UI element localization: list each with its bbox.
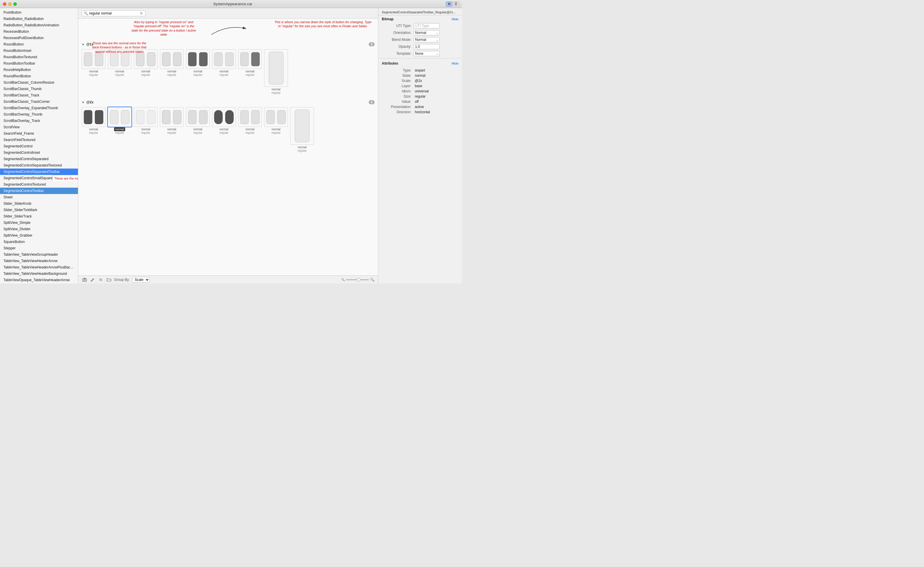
sidebar-item-segmentedcontrol[interactable]: SegmentedControl [0,143,78,149]
sidebar-item-roundbuttontoolbar[interactable]: RoundButtonToolbar [0,60,78,67]
bottom-tool-formula[interactable]: fx [98,277,104,283]
image-item-1x-2[interactable]: normal regular [108,49,132,94]
sidebar-item-tableview-headerplusback[interactable]: TableView_TableViewHeaderArrowPlusBackgr… [0,264,78,270]
bottom-tool-folder[interactable] [106,277,112,283]
sidebar-item-slider-tickmark[interactable]: Slider_SliderTickMark [0,207,78,213]
sidebar-item-segmentedcontrolsmallsquare[interactable]: SegmentedControlSmallSquare These are th… [0,175,78,181]
svg-rect-1 [84,52,92,66]
sidebar-item-roundbuttontextured[interactable]: RoundButtonTextured [0,54,78,60]
sidebar-item-splitview-dimple[interactable]: SplitView_Dimple [0,219,78,226]
search-box[interactable]: 🔍 ✕ [82,10,146,16]
sidebar-item-scrollbarclassic-col[interactable]: ScrollBarClassic_ColumnResizer [0,80,78,86]
sidebar-item-scrollbaroverlay-thumb[interactable]: ScrollBarOverlay_Thumb [0,111,78,118]
svg-rect-16 [84,110,92,124]
svg-rect-19 [121,110,129,124]
sidebar-item-searchfieldtextured[interactable]: SearchFieldTextured [0,136,78,143]
close-button[interactable] [3,2,6,6]
sidebar-item-recessedpulldown[interactable]: RecessedPullDownButton [0,35,78,41]
search-input[interactable] [89,11,138,15]
list-view-button[interactable]: ☰ [453,2,459,7]
image-item-2x-1[interactable]: normal regular [82,107,105,152]
sidebar-item-scrollbarclassic-corner[interactable]: ScrollBarClassic_TrackCorner [0,99,78,105]
label-2x-6: normal [219,128,228,131]
image-item-2x-2[interactable]: normal regular [108,107,132,152]
minimize-button[interactable] [8,2,12,6]
image-item-1x-5[interactable]: normal regular [186,49,210,94]
blendmode-select[interactable]: Normal ⌄ [414,37,440,42]
group-by-label: Group By: [114,278,130,282]
bitmap-hide-button[interactable]: Hide [452,17,459,21]
image-item-1x-4[interactable]: normal regular [160,49,184,94]
sidebar-item-scrollbarclassic-track[interactable]: ScrollBarClassic_Track [0,92,78,99]
sidebar-item-pushbutton[interactable]: PushButton [0,9,78,16]
sidebar-item-tableviewopaque-headerarrow[interactable]: TableViewOpaque_TableViewHeaderArrow [0,277,78,283]
sidebar-item-splitview-divider[interactable]: SplitView_Divider [0,226,78,232]
image-item-2x-6[interactable]: normal regular [212,107,236,152]
sidebar-item-segmentedcontrolseparated[interactable]: SegmentedControlSeparated [0,156,78,162]
sidebar-item-segmentedcontrolseparatedtoolbar[interactable]: SegmentedControlSeparatedToolbar [0,168,78,175]
image-item-2x-4[interactable]: normal regular [160,107,184,152]
group-by-select[interactable]: Scale [132,277,150,283]
image-item-2x-3[interactable]: normal regular [134,107,158,152]
sidebar-item-searchfield-frame[interactable]: SearchField_Frame [0,130,78,136]
bottom-tool-pencil[interactable] [90,277,96,283]
sublabel-2x-4: regular [167,131,176,134]
maximize-button[interactable] [14,2,17,6]
image-item-1x-3[interactable]: normal regular [134,49,158,94]
collapse-triangle-2x[interactable]: ▼ [82,101,85,104]
sidebar-item-segmentedcontroltextured[interactable]: SegmentedControlTextured [0,181,78,188]
image-item-1x-1[interactable]: normal regular [82,49,105,94]
zoom-thumb[interactable] [357,278,360,282]
svg-rect-11 [214,52,222,66]
sidebar-item-segmentedcontrolseparatedtex[interactable]: SegmentedControlSeparatedTextured [0,162,78,168]
zoom-in-icon[interactable]: 🔍 [370,278,375,282]
sidebar-item-roundhelpbutton[interactable]: RoundHelpButton [0,67,78,73]
sidebar-item-recessedbutton[interactable]: RecessedButton [0,28,78,35]
label-2x-5: normal [194,128,202,131]
sidebar-item-scrollbarclassic-thumb[interactable]: ScrollBarClassic_Thumb [0,86,78,92]
scale-2x-header[interactable]: ▼ @2x 8 [82,100,375,104]
sidebar-item-segmentedcontroltoolbar[interactable]: SegmentedControlToolbar [0,188,78,194]
collapse-triangle-1x[interactable]: ▼ [82,43,85,46]
sidebar-item-roundbuttoninset[interactable]: RoundButtonInset [0,48,78,54]
sidebar-item-splitview-grabber[interactable]: SplitView_Grabber [0,232,78,238]
image-item-1x-8[interactable]: normal regular [264,49,288,94]
sidebar-item-radiobutton[interactable]: RadioButton_RadioButton [0,16,78,22]
image-item-2x-7[interactable]: normal regular [238,107,262,152]
bottom-tool-camera[interactable] [82,277,87,283]
folder-icon [106,278,111,282]
sidebar-item-slider-knob[interactable]: Slider_SliderKnob [0,200,78,207]
image-item-2x-8[interactable]: normal regular [264,107,288,152]
sidebar-item-slider-track[interactable]: Slider_SliderTrack [0,213,78,219]
sidebar-item-radiobuttonanim[interactable]: RadioButton_RadioButtonAnimation [0,22,78,28]
sidebar-item-segmentedcontrolinset[interactable]: SegmentedControlInset [0,149,78,156]
orientation-select[interactable]: Normal ⌄ [414,30,440,35]
sidebar-item-roundbutton[interactable]: RoundButton [0,41,78,48]
orientation-arrow: ⌄ [436,31,438,34]
image-item-2x-9[interactable]: normal regular [290,107,314,152]
zoom-out-icon[interactable]: 🔍 [341,278,345,281]
sidebar-item-tableview-groupheader[interactable]: TableView_TableViewGroupHeader [0,251,78,258]
image-item-1x-6[interactable]: normal regular [212,49,236,94]
sidebar-item-tableview-headerarrow[interactable]: TableView_TableViewHeaderArrow [0,258,78,264]
sidebar-item-tableview-headerbackground[interactable]: TableView_TableViewHeaderBackground [0,270,78,277]
sidebar-item-roundrectbutton[interactable]: RoundRectButton [0,73,78,80]
sidebar-item-scrollbaroverlay-track[interactable]: ScrollBarOverlay_Track [0,118,78,124]
opacity-input[interactable]: 1,0 [414,44,440,49]
image-item-2x-5[interactable]: normal regular [186,107,210,152]
template-select[interactable]: None ⌄ [414,51,440,56]
search-clear-button[interactable]: ✕ [140,11,143,15]
sidebar-item-scrollbaroverlay-expanded[interactable]: ScrollBarOverlay_ExpandedThumb [0,105,78,111]
sublabel-2x-3: regular [141,131,150,134]
sidebar-item-scrollview[interactable]: ScrollView [0,124,78,130]
sidebar-item-squarebutton[interactable]: SquareButton [0,238,78,245]
grid-view-button[interactable]: ⊞ [446,2,452,7]
scroll-content[interactable]: ▼ @1x 8 norm [78,39,378,275]
attributes-hide-button[interactable]: Hide [452,62,459,65]
sidebar-item-tableviewopaque-headerarrowplus[interactable]: TableViewOpaque_TableViewHeaderArrowPlu.… [0,283,78,284]
image-item-1x-7[interactable]: normal regular [238,49,262,94]
seg-svg-1x-6 [214,51,234,67]
uti-type-input[interactable]: UTI Type [414,23,440,28]
sidebar-item-sheet[interactable]: Sheet [0,194,78,200]
sidebar-item-stepper[interactable]: Stepper [0,245,78,251]
